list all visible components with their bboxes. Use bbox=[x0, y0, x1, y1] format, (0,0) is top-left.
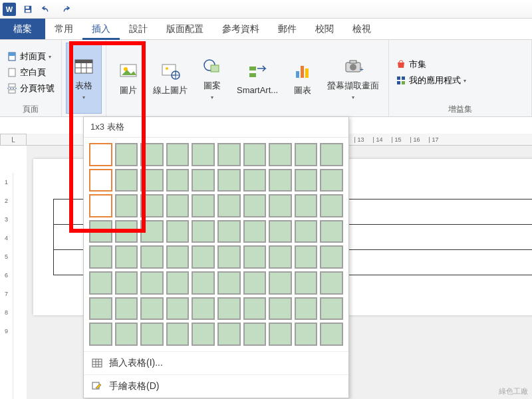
grid-cell[interactable] bbox=[89, 297, 112, 321]
grid-cell[interactable] bbox=[269, 194, 292, 217]
grid-cell[interactable] bbox=[166, 194, 190, 217]
tab-review[interactable]: 校閱 bbox=[306, 19, 343, 39]
grid-cell[interactable] bbox=[269, 143, 292, 166]
grid-cell[interactable] bbox=[217, 271, 241, 295]
grid-cell[interactable] bbox=[166, 271, 190, 295]
grid-cell[interactable] bbox=[295, 194, 318, 217]
grid-cell[interactable] bbox=[140, 297, 164, 321]
grid-cell[interactable] bbox=[269, 169, 292, 192]
grid-cell[interactable] bbox=[140, 220, 164, 243]
grid-cell[interactable] bbox=[295, 220, 318, 243]
draw-table-menu-item[interactable]: 手繪表格(D) bbox=[84, 374, 348, 398]
table-size-grid[interactable] bbox=[84, 138, 348, 351]
grid-cell[interactable] bbox=[269, 271, 292, 295]
grid-cell[interactable] bbox=[217, 143, 241, 166]
grid-cell[interactable] bbox=[295, 297, 318, 321]
insert-table-menu-item[interactable]: 插入表格(I)... bbox=[84, 351, 348, 374]
chart-button[interactable]: 圖表 bbox=[285, 43, 321, 114]
grid-cell[interactable] bbox=[217, 323, 241, 346]
grid-cell[interactable] bbox=[243, 323, 267, 346]
grid-cell[interactable] bbox=[192, 297, 215, 321]
grid-cell[interactable] bbox=[217, 169, 241, 192]
grid-cell[interactable] bbox=[166, 323, 190, 346]
tab-view[interactable]: 檢視 bbox=[343, 19, 380, 39]
grid-cell[interactable] bbox=[320, 220, 343, 243]
grid-cell[interactable] bbox=[295, 169, 318, 192]
grid-cell[interactable] bbox=[243, 169, 267, 192]
grid-cell[interactable] bbox=[269, 220, 292, 243]
grid-cell[interactable] bbox=[166, 297, 190, 321]
grid-cell[interactable] bbox=[320, 271, 343, 295]
grid-cell[interactable] bbox=[140, 143, 164, 166]
grid-cell[interactable] bbox=[115, 323, 138, 346]
grid-cell[interactable] bbox=[320, 323, 343, 346]
grid-cell[interactable] bbox=[269, 323, 292, 346]
my-apps-button[interactable]: 我的應用程式▾ bbox=[393, 73, 527, 88]
grid-cell[interactable] bbox=[115, 194, 138, 217]
picture-button[interactable]: 圖片 bbox=[110, 43, 146, 114]
page-break-button[interactable]: 分頁符號 bbox=[4, 81, 57, 96]
grid-cell[interactable] bbox=[192, 323, 215, 346]
grid-cell[interactable] bbox=[140, 169, 164, 192]
tab-design[interactable]: 設計 bbox=[120, 19, 157, 39]
grid-cell[interactable] bbox=[89, 143, 112, 166]
grid-cell[interactable] bbox=[115, 297, 138, 321]
store-button[interactable]: 市集 bbox=[393, 57, 527, 72]
grid-cell[interactable] bbox=[217, 297, 241, 321]
grid-cell[interactable] bbox=[115, 169, 138, 192]
grid-cell[interactable] bbox=[217, 194, 241, 217]
redo-icon[interactable] bbox=[59, 3, 72, 16]
grid-cell[interactable] bbox=[192, 169, 215, 192]
tab-mailings[interactable]: 郵件 bbox=[269, 19, 306, 39]
grid-cell[interactable] bbox=[166, 245, 190, 269]
screenshot-button[interactable]: + 螢幕擷取畫面▾ bbox=[322, 43, 384, 114]
grid-cell[interactable] bbox=[320, 297, 343, 321]
grid-cell[interactable] bbox=[243, 220, 267, 243]
grid-cell[interactable] bbox=[89, 271, 112, 295]
grid-cell[interactable] bbox=[295, 271, 318, 295]
grid-cell[interactable] bbox=[192, 194, 215, 217]
grid-cell[interactable] bbox=[89, 169, 112, 192]
grid-cell[interactable] bbox=[115, 220, 138, 243]
grid-cell[interactable] bbox=[295, 245, 318, 269]
grid-cell[interactable] bbox=[192, 271, 215, 295]
grid-cell[interactable] bbox=[295, 143, 318, 166]
grid-cell[interactable] bbox=[115, 143, 138, 166]
grid-cell[interactable] bbox=[192, 220, 215, 243]
grid-cell[interactable] bbox=[89, 194, 112, 217]
grid-cell[interactable] bbox=[243, 271, 267, 295]
tab-home[interactable]: 常用 bbox=[45, 19, 82, 39]
grid-cell[interactable] bbox=[269, 245, 292, 269]
grid-cell[interactable] bbox=[243, 245, 267, 269]
table-button[interactable]: 表格 ▾ bbox=[66, 43, 102, 114]
smartart-button[interactable]: SmartArt... bbox=[231, 43, 283, 114]
grid-cell[interactable] bbox=[140, 245, 164, 269]
grid-cell[interactable] bbox=[115, 271, 138, 295]
grid-cell[interactable] bbox=[269, 297, 292, 321]
tab-references[interactable]: 參考資料 bbox=[213, 19, 269, 39]
tab-insert[interactable]: 插入 bbox=[82, 19, 120, 39]
grid-cell[interactable] bbox=[89, 220, 112, 243]
undo-icon[interactable] bbox=[40, 3, 53, 16]
grid-cell[interactable] bbox=[243, 194, 267, 217]
grid-cell[interactable] bbox=[217, 220, 241, 243]
tab-file[interactable]: 檔案 bbox=[0, 19, 45, 39]
blank-page-button[interactable]: 空白頁 bbox=[4, 65, 57, 80]
grid-cell[interactable] bbox=[243, 297, 267, 321]
grid-cell[interactable] bbox=[320, 245, 343, 269]
tab-layout[interactable]: 版面配置 bbox=[157, 19, 213, 39]
grid-cell[interactable] bbox=[89, 245, 112, 269]
grid-cell[interactable] bbox=[217, 245, 241, 269]
grid-cell[interactable] bbox=[166, 220, 190, 243]
grid-cell[interactable] bbox=[89, 323, 112, 346]
grid-cell[interactable] bbox=[320, 194, 343, 217]
grid-cell[interactable] bbox=[192, 143, 215, 166]
grid-cell[interactable] bbox=[320, 143, 343, 166]
grid-cell[interactable] bbox=[115, 245, 138, 269]
grid-cell[interactable] bbox=[140, 271, 164, 295]
grid-cell[interactable] bbox=[140, 194, 164, 217]
grid-cell[interactable] bbox=[166, 169, 190, 192]
cover-page-button[interactable]: 封面頁▾ bbox=[4, 49, 57, 64]
shapes-button[interactable]: 圖案▾ bbox=[194, 43, 230, 114]
grid-cell[interactable] bbox=[166, 143, 190, 166]
